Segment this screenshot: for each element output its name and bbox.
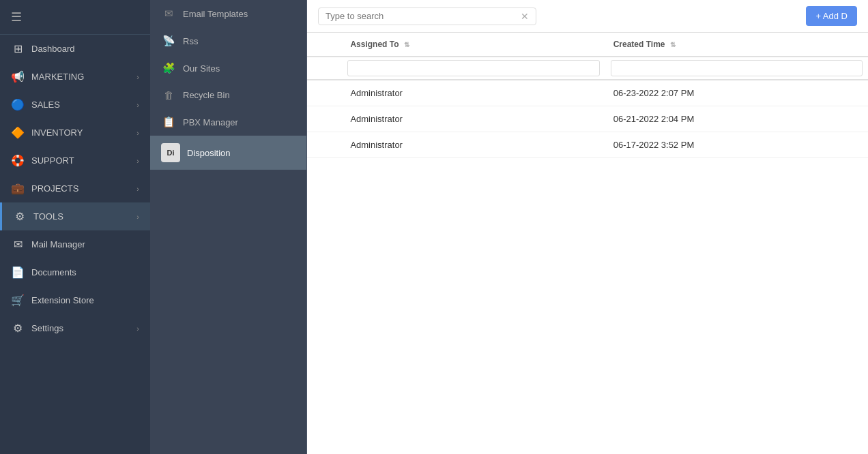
sidebar-header: ☰: [0, 0, 150, 35]
sidebar-item-label: Mail Manager: [31, 239, 85, 249]
chevron-right-icon: ›: [136, 129, 139, 137]
tools-submenu: ✉ Email Templates 📡 Rss 🧩 Our Sites 🗑 Re…: [150, 0, 307, 454]
table-row[interactable]: Administrator 06-17-2022 3:52 PM: [307, 132, 868, 158]
sidebar-item-inventory[interactable]: 🔶 INVENTORY ›: [0, 119, 150, 147]
support-icon: 🛟: [11, 154, 25, 167]
chevron-right-icon: ›: [136, 324, 139, 333]
cell-created-time: 06-17-2022 3:52 PM: [605, 132, 868, 158]
dashboard-icon: ⊞: [11, 42, 25, 55]
filter-assigned-to-input[interactable]: [347, 60, 599, 76]
cell-assigned-to: Administrator: [342, 80, 605, 106]
sidebar-item-label: MARKETING: [31, 72, 84, 82]
cell-col1: [307, 80, 342, 106]
sidebar-item-mail-manager[interactable]: ✉ Mail Manager: [0, 230, 150, 258]
sidebar-item-projects[interactable]: 💼 PROJECTS ›: [0, 175, 150, 202]
submenu-item-email-templates[interactable]: ✉ Email Templates: [150, 0, 306, 27]
sidebar-item-label: Documents: [31, 267, 76, 277]
sidebar-item-sales[interactable]: 🔵 SALES ›: [0, 91, 150, 119]
recycle-bin-icon: 🗑: [161, 89, 176, 101]
cell-created-time: 06-23-2022 2:07 PM: [605, 80, 868, 106]
search-box[interactable]: ✕: [318, 7, 536, 25]
sidebar-item-label: Extension Store: [31, 295, 94, 305]
created-time-header[interactable]: Created Time ⇅: [605, 33, 868, 57]
sidebar-item-label: PROJECTS: [31, 183, 78, 194]
chevron-right-icon: ›: [136, 213, 139, 221]
cell-col1: [307, 106, 342, 132]
email-templates-icon: ✉: [161, 7, 176, 20]
sidebar-item-label: INVENTORY: [31, 127, 83, 138]
sidebar-item-documents[interactable]: 📄 Documents: [0, 258, 150, 286]
chevron-right-icon: ›: [136, 185, 139, 193]
search-clear-icon[interactable]: ✕: [521, 11, 529, 22]
sort-icon[interactable]: ⇅: [404, 41, 409, 48]
submenu-item-disposition[interactable]: Di Disposition: [150, 136, 306, 170]
cell-assigned-to: Administrator: [342, 106, 605, 132]
pbx-manager-icon: 📋: [161, 116, 176, 128]
sidebar-item-marketing[interactable]: 📢 MARKETING ›: [0, 63, 150, 91]
filter-row: [307, 57, 868, 80]
submenu-item-label: Recycle Bin: [183, 90, 230, 100]
submenu-item-recycle-bin[interactable]: 🗑 Recycle Bin: [150, 82, 306, 108]
table-area: Assigned To ⇅ Created Time ⇅: [307, 33, 868, 454]
created-time-label: Created Time: [613, 40, 665, 49]
sidebar-item-label: SUPPORT: [31, 155, 74, 166]
submenu-item-rss[interactable]: 📡 Rss: [150, 27, 306, 55]
sidebar-item-extension-store[interactable]: 🛒 Extension Store: [0, 286, 150, 314]
submenu-item-label: Disposition: [187, 148, 231, 158]
sort-icon[interactable]: ⇅: [670, 41, 676, 48]
cell-col1: [307, 132, 342, 158]
sidebar-item-tools[interactable]: ⚙ TOOLS ›: [0, 202, 150, 230]
sidebar-item-label: TOOLS: [33, 211, 63, 222]
settings-icon: ⚙: [11, 322, 25, 335]
chevron-right-icon: ›: [136, 101, 139, 109]
search-input[interactable]: [326, 11, 521, 21]
projects-icon: 💼: [11, 182, 25, 195]
sidebar: ☰ ⊞ Dashboard 📢 MARKETING › 🔵 SALES › 🔶 …: [0, 0, 150, 454]
sidebar-item-dashboard[interactable]: ⊞ Dashboard: [0, 35, 150, 63]
table-row[interactable]: Administrator 06-23-2022 2:07 PM: [307, 80, 868, 106]
submenu-item-label: Our Sites: [183, 63, 220, 74]
hamburger-icon[interactable]: ☰: [11, 10, 22, 25]
filter-assigned-to: [342, 57, 605, 80]
disposition-badge: Di: [161, 143, 180, 162]
data-table: Assigned To ⇅ Created Time ⇅: [307, 33, 868, 158]
tools-icon: ⚙: [13, 210, 27, 223]
main-content: ✕ + Add D Assigned To ⇅ Created Time ⇅: [307, 0, 868, 454]
extension-store-icon: 🛒: [11, 294, 25, 307]
sidebar-item-support[interactable]: 🛟 SUPPORT ›: [0, 147, 150, 175]
add-button[interactable]: + Add D: [806, 6, 857, 26]
submenu-item-label: PBX Manager: [183, 117, 238, 127]
sales-icon: 🔵: [11, 98, 25, 111]
sidebar-item-label: SALES: [31, 100, 60, 110]
cell-assigned-to: Administrator: [342, 132, 605, 158]
filter-created-time-input[interactable]: [611, 60, 863, 76]
sidebar-item-label: Settings: [31, 323, 63, 333]
col1-header: [307, 33, 342, 57]
documents-icon: 📄: [11, 266, 25, 279]
sidebar-item-settings[interactable]: ⚙ Settings ›: [0, 314, 150, 342]
rss-icon: 📡: [161, 35, 176, 47]
mail-manager-icon: ✉: [11, 238, 25, 251]
filter-created-time: [605, 57, 868, 80]
table-body: Administrator 06-23-2022 2:07 PM Adminis…: [307, 80, 868, 158]
sidebar-item-label: Dashboard: [31, 44, 75, 54]
filter-col1: [307, 57, 342, 80]
inventory-icon: 🔶: [11, 126, 25, 139]
table-row[interactable]: Administrator 06-21-2022 2:04 PM: [307, 106, 868, 132]
chevron-right-icon: ›: [136, 157, 139, 165]
table-header-row: Assigned To ⇅ Created Time ⇅: [307, 33, 868, 57]
submenu-item-pbx-manager[interactable]: 📋 PBX Manager: [150, 108, 306, 136]
submenu-item-label: Rss: [183, 36, 198, 46]
assigned-to-header[interactable]: Assigned To ⇅: [342, 33, 605, 57]
assigned-to-label: Assigned To: [350, 40, 399, 49]
top-bar: ✕ + Add D: [307, 0, 868, 33]
marketing-icon: 📢: [11, 70, 25, 83]
submenu-item-our-sites[interactable]: 🧩 Our Sites: [150, 55, 306, 82]
cell-created-time: 06-21-2022 2:04 PM: [605, 106, 868, 132]
submenu-item-label: Email Templates: [183, 9, 248, 19]
our-sites-icon: 🧩: [161, 62, 176, 74]
chevron-right-icon: ›: [136, 73, 139, 81]
